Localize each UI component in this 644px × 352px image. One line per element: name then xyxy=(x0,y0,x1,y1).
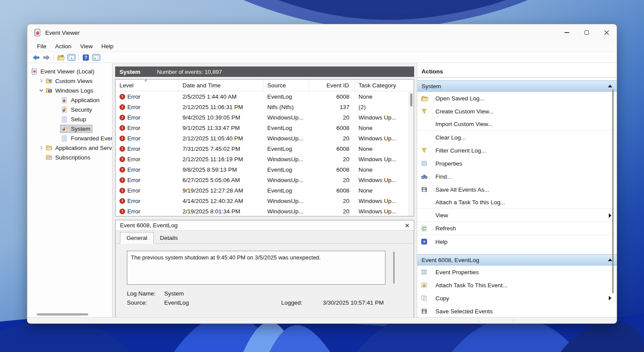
maximize-button[interactable] xyxy=(577,24,597,41)
cell-level: !Error xyxy=(116,104,179,110)
action-label: Copy xyxy=(435,295,449,302)
action-open-saved-log[interactable]: Open Saved Log... xyxy=(417,92,617,105)
table-row[interactable]: !Error4/14/2025 12:40:32 AMWindowsUp...2… xyxy=(116,196,414,206)
cell-source: EventLog xyxy=(263,146,309,152)
table-row[interactable]: !Error2/5/2025 1:44:40 AMEventLog6008Non… xyxy=(116,91,414,102)
action-create-custom-view[interactable]: Create Custom View... xyxy=(417,105,617,118)
table-row[interactable]: !Error2/12/2025 11:05:40 PMWindowsUp...2… xyxy=(116,133,414,143)
tree-item-applications-and-servi[interactable]: Applications and Servi xyxy=(27,143,112,153)
log-plain-icon xyxy=(61,116,69,123)
tree-item-subscriptions[interactable]: Subscriptions xyxy=(27,153,112,162)
action-find[interactable]: Find... xyxy=(417,170,617,183)
tree-item-forwarded-events[interactable]: Forwarded Events xyxy=(27,133,112,143)
open-saved-log-button[interactable] xyxy=(56,53,66,62)
close-button[interactable] xyxy=(597,24,617,41)
console-tree-button[interactable] xyxy=(66,53,76,62)
tree-horizontal-scrollbar[interactable] xyxy=(37,313,88,315)
tree-item-setup[interactable]: Setup xyxy=(27,114,112,124)
table-row[interactable]: !Error2/19/2025 8:01:34 PMWindowsUp...20… xyxy=(116,206,414,216)
menu-help[interactable]: Help xyxy=(97,43,118,50)
table-row[interactable]: !Error6/27/2025 5:05:06 AMWindowsUp...20… xyxy=(116,175,414,185)
column-header-date[interactable]: Date and Time xyxy=(179,80,263,91)
action-view[interactable]: View xyxy=(417,209,617,222)
forward-button[interactable] xyxy=(41,53,52,62)
menu-file[interactable]: File xyxy=(33,43,51,50)
detail-close-button[interactable] xyxy=(405,223,409,228)
actions-section-header-system[interactable]: System xyxy=(417,80,617,92)
action-save-selected-events[interactable]: Save Selected Events xyxy=(417,305,617,318)
tree-item-system[interactable]: System xyxy=(27,124,112,133)
back-button[interactable] xyxy=(31,53,41,62)
event-description-box[interactable]: The previous system shutdown at 9:45:40 … xyxy=(127,251,385,285)
action-help[interactable]: ?Help xyxy=(417,235,617,248)
help-button[interactable]: ? xyxy=(80,53,91,62)
tab-general[interactable]: General xyxy=(120,232,154,244)
event-detail-panel: Event 6008, EventLog General Details The… xyxy=(115,220,414,318)
tree-item-windows-logs[interactable]: Windows Logs xyxy=(27,86,112,95)
log-name-value: System xyxy=(164,290,247,297)
table-row[interactable]: !Error2/12/2025 11:16:19 PMWindowsUp...2… xyxy=(116,154,414,164)
frame-divider xyxy=(513,319,514,322)
menu-view[interactable]: View xyxy=(76,43,97,50)
tree-item-custom-views[interactable]: Custom Views xyxy=(27,76,112,86)
action-attach-task-to-this-event[interactable]: Attach Task To This Event... xyxy=(417,279,617,292)
actions-section-header-event-6008-eventlog[interactable]: Event 6008, EventLog xyxy=(417,254,617,266)
cell-date: 2/12/2025 11:05:40 PM xyxy=(179,135,263,142)
action-save-all-events-as[interactable]: Save All Events As... xyxy=(417,183,617,196)
chevron-down-icon[interactable] xyxy=(38,88,45,93)
folder-apps-icon xyxy=(46,145,53,151)
action-copy[interactable]: Copy xyxy=(417,292,617,305)
chevron-right-icon[interactable] xyxy=(38,79,45,83)
tab-details[interactable]: Details xyxy=(154,232,184,243)
table-row[interactable]: !Error9/19/2025 12:27:28 AMEventLog6008N… xyxy=(116,185,414,196)
column-header-source[interactable]: Source xyxy=(263,80,309,91)
column-header-task-category[interactable]: Task Category xyxy=(355,80,414,91)
action-properties[interactable]: Properties xyxy=(417,157,617,170)
actions-pane: Actions SystemOpen Saved Log...Create Cu… xyxy=(417,63,617,318)
table-row[interactable]: !Error9/4/2025 10:39:05 PMWindowsUp...20… xyxy=(116,112,414,123)
menu-action[interactable]: Action xyxy=(51,43,76,50)
tree-item-event-viewer-local[interactable]: Event Viewer (Local) xyxy=(27,66,112,76)
minimize-button[interactable] xyxy=(557,24,577,41)
action-event-properties[interactable]: Event Properties xyxy=(417,266,617,279)
actions-scrollbar[interactable] xyxy=(612,89,614,293)
chevron-right-icon[interactable] xyxy=(38,146,45,150)
cell-date: 2/12/2025 11:06:31 PM xyxy=(179,104,263,110)
cell-level: !Error xyxy=(116,208,179,215)
action-pane-button[interactable] xyxy=(91,53,101,62)
table-vertical-scrollbar[interactable] xyxy=(408,92,414,216)
table-row[interactable]: !Error9/8/2025 8:59:13 PMEventLog6008Non… xyxy=(116,164,414,175)
action-import-custom-view[interactable]: Import Custom View... xyxy=(417,118,617,131)
column-header-level[interactable]: Level ∧ xyxy=(116,80,179,91)
cell-source: WindowsUp... xyxy=(263,177,309,183)
table-row[interactable]: !Error7/31/2025 7:45:02 PMEventLog6008No… xyxy=(116,143,414,154)
action-filter-current-log[interactable]: Filter Current Log... xyxy=(417,144,617,157)
cell-date: 2/12/2025 11:16:19 PM xyxy=(179,156,263,163)
detail-header: Event 6008, EventLog xyxy=(116,220,414,231)
error-icon: ! xyxy=(120,209,125,214)
refresh-icon xyxy=(421,226,430,232)
description-scrollbar[interactable] xyxy=(393,252,395,284)
event-count: Number of events: 10,897 xyxy=(157,69,222,75)
table-header-row: Level ∧ Date and Time Source Event ID Ta… xyxy=(116,80,414,91)
collapse-up-icon[interactable] xyxy=(608,259,612,261)
tree-item-label: Subscriptions xyxy=(55,154,90,161)
scrollbar-thumb[interactable] xyxy=(410,93,412,106)
cell-level: !Error xyxy=(116,146,179,152)
action-refresh[interactable]: Refresh xyxy=(417,222,617,235)
action-clear-log[interactable]: Clear Log... xyxy=(417,131,617,144)
action-attach-a-task-to-this-log[interactable]: Attach a Task To this Log... xyxy=(417,196,617,209)
column-header-event-id[interactable]: Event ID xyxy=(309,80,355,91)
properties-icon xyxy=(421,160,430,166)
tree-item-application[interactable]: Application xyxy=(27,95,112,105)
level-text: Error xyxy=(127,156,140,163)
cell-level: !Error xyxy=(116,177,179,183)
tree-item-security[interactable]: Security xyxy=(27,105,112,114)
cell-event-id: 20 xyxy=(309,198,355,204)
log-plain-icon xyxy=(61,135,69,142)
title-bar[interactable]: Event Viewer xyxy=(27,24,617,41)
collapse-up-icon[interactable] xyxy=(608,85,612,87)
table-row[interactable]: !Error2/12/2025 11:06:31 PMNtfs (Ntfs)13… xyxy=(116,102,414,112)
table-row[interactable]: !Error9/1/2025 11:33:47 PMEventLog6008No… xyxy=(116,123,414,133)
cell-task-category: Windows Up... xyxy=(355,198,414,204)
